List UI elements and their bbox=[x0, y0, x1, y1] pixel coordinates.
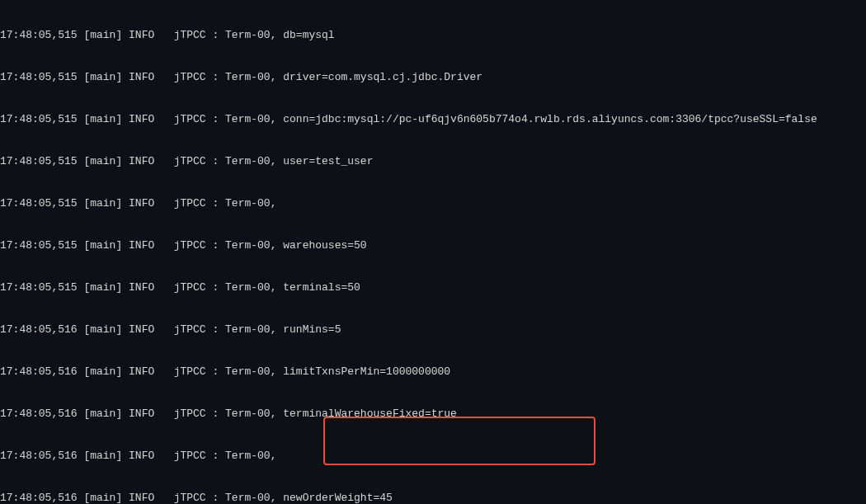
log-line: 17:48:05,515 [main] INFO jTPCC : Term-00… bbox=[0, 280, 866, 294]
log-line: 17:48:05,516 [main] INFO jTPCC : Term-00… bbox=[0, 365, 866, 379]
log-line: 17:48:05,515 [main] INFO jTPCC : Term-00… bbox=[0, 112, 866, 126]
log-line: 17:48:05,515 [main] INFO jTPCC : Term-00… bbox=[0, 70, 866, 84]
log-line: 17:48:05,515 [main] INFO jTPCC : Term-00… bbox=[0, 154, 866, 168]
terminal-output: 17:48:05,515 [main] INFO jTPCC : Term-00… bbox=[0, 0, 866, 504]
log-line: 17:48:05,515 [main] INFO jTPCC : Term-00… bbox=[0, 28, 866, 42]
log-line: 17:48:05,516 [main] INFO jTPCC : Term-00… bbox=[0, 449, 866, 463]
log-line: 17:48:05,516 [main] INFO jTPCC : Term-00… bbox=[0, 491, 866, 504]
log-line: 17:48:05,515 [main] INFO jTPCC : Term-00… bbox=[0, 238, 866, 252]
log-line: 17:48:05,515 [main] INFO jTPCC : Term-00… bbox=[0, 196, 866, 210]
log-line: 17:48:05,516 [main] INFO jTPCC : Term-00… bbox=[0, 323, 866, 337]
log-line: 17:48:05,516 [main] INFO jTPCC : Term-00… bbox=[0, 407, 866, 421]
